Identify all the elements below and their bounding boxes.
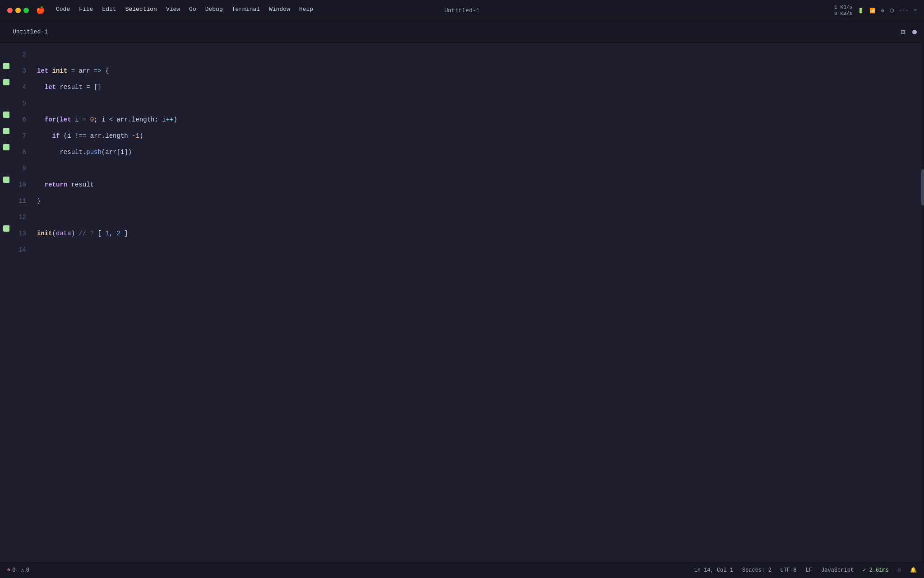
cast-icon: ⬡ [890,8,894,14]
tabbar: Untitled-1 ⊞ [0,21,924,43]
statusbar: ⊗ 0 △ 0 Ln 14, Col 1 Spaces: 2 UTF-8 LF … [0,562,924,578]
code-line-3: 3 let init = arr => { [0,63,924,79]
gutter-3 [0,63,13,69]
code-line-6: 6 for(let i = 0; i < arr.length; i++) [0,112,924,128]
menu-view[interactable]: View [166,6,180,15]
breakpoint-8[interactable] [3,144,9,150]
line-content-8: result.push(arr[i]) [35,144,924,160]
warning-value: 0 [26,567,29,573]
gutter-13 [0,225,13,232]
breakpoint-13[interactable] [3,225,9,232]
gutter-6 [0,112,13,118]
line-num-10: 10 [13,177,35,193]
menu-bar: 🍎 Code File Edit Selection View Go Debug… [36,6,313,15]
wifi-icon: 📶 [869,8,876,14]
code-line-5: 5 [0,95,924,112]
code-line-2: 2 [0,47,924,63]
editor[interactable]: 2 3 let init = arr => { 4 let result = [… [0,43,924,562]
code-line-10: 10 return result [0,177,924,193]
titlebar: 🍎 Code File Edit Selection View Go Debug… [0,0,924,21]
error-icon: ⊗ [7,567,10,573]
menu-file[interactable]: File [79,6,93,15]
warning-icon: △ [21,567,24,573]
close-button[interactable] [7,8,13,13]
traffic-lights [7,8,29,13]
line-num-3: 3 [13,63,35,79]
line-num-8: 8 [13,144,35,160]
line-num-7: 7 [13,128,35,144]
breakpoint-10[interactable] [3,177,9,183]
error-value: 0 [12,567,15,573]
line-num-13: 13 [13,225,35,242]
line-content-6: for(let i = 0; i < arr.length; i++) [35,112,924,128]
gutter-7 [0,128,13,134]
minimize-button[interactable] [15,8,21,13]
editor-tab[interactable]: Untitled-1 [7,27,53,37]
line-content-7: if (i !== arr.length -1) [35,128,924,144]
line-num-9: 9 [13,160,35,177]
code-line-14: 14 [0,242,924,258]
gutter-4 [0,79,13,85]
breakpoint-6[interactable] [3,112,9,118]
line-num-5: 5 [13,95,35,112]
breakpoint-3[interactable] [3,63,9,69]
menu-edit[interactable]: Edit [102,6,116,15]
code-line-4: 4 let result = [] [0,79,924,95]
indentation[interactable]: Spaces: 2 [742,567,772,573]
encoding[interactable]: UTF-8 [781,567,797,573]
menu-help[interactable]: Help [299,6,313,15]
scrollbar-thumb[interactable] [921,169,924,205]
line-num-2: 2 [13,47,35,63]
titlebar-right: 1 KB/s0 KB/s 🔋 📶 ⊘ ⬡ ··· ≡ [834,4,917,17]
code-area[interactable]: 2 3 let init = arr => { 4 let result = [… [0,43,924,562]
error-count[interactable]: ⊗ 0 △ 0 [7,567,29,573]
network-info: 1 KB/s0 KB/s [834,4,852,17]
line-content-3: let init = arr => { [35,63,924,79]
statusbar-right: Ln 14, Col 1 Spaces: 2 UTF-8 LF JavaScri… [694,567,917,573]
breakpoint-4[interactable] [3,79,9,85]
code-line-11: 11 } [0,193,924,209]
unsaved-indicator [912,30,917,34]
line-num-4: 4 [13,79,35,95]
vpn-icon: ⊘ [881,8,884,14]
line-content-4: let result = [] [35,79,924,95]
apple-menu[interactable]: 🍎 [36,6,45,15]
gutter-10 [0,177,13,183]
statusbar-left: ⊗ 0 △ 0 [7,567,29,573]
bell-icon[interactable]: 🔔 [910,567,917,573]
cursor-position[interactable]: Ln 14, Col 1 [694,567,733,573]
menu-selection[interactable]: Selection [125,6,157,15]
gutter-8 [0,144,13,150]
language-mode[interactable]: JavaScript [821,567,854,573]
menu-go[interactable]: Go [189,6,196,15]
menu-terminal[interactable]: Terminal [232,6,260,15]
more-icon: ··· [900,8,909,13]
maximize-button[interactable] [23,8,29,13]
split-editor-icon[interactable]: ⊞ [901,28,905,37]
line-content-11: } [35,193,924,209]
line-content-10: return result [35,177,924,193]
line-num-14: 14 [13,242,35,258]
code-line-12: 12 [0,209,924,225]
line-num-11: 11 [13,193,35,209]
menu-window[interactable]: Window [269,6,290,15]
line-content-13: init(data) // ? [ 1, 2 ] [35,225,924,242]
line-num-12: 12 [13,209,35,225]
code-line-13: 13 init(data) // ? [ 1, 2 ] [0,225,924,242]
tabbar-right: ⊞ [901,28,917,37]
code-line-9: 9 [0,160,924,177]
timing: ✓ 2.61ms [863,567,889,573]
titlebar-left: 🍎 Code File Edit Selection View Go Debug… [7,6,313,15]
scrollbar[interactable] [921,43,924,562]
menu-debug[interactable]: Debug [205,6,223,15]
line-num-6: 6 [13,112,35,128]
code-line-7: 7 if (i !== arr.length -1) [0,128,924,144]
eol[interactable]: LF [806,567,812,573]
code-line-8: 8 result.push(arr[i]) [0,144,924,160]
breakpoint-7[interactable] [3,128,9,134]
menu-code[interactable]: Code [56,6,70,15]
window-title: Untitled-1 [444,7,480,14]
battery-icon: 🔋 [858,8,864,14]
list-icon: ≡ [914,8,917,13]
smiley-icon[interactable]: ☺ [898,567,901,573]
